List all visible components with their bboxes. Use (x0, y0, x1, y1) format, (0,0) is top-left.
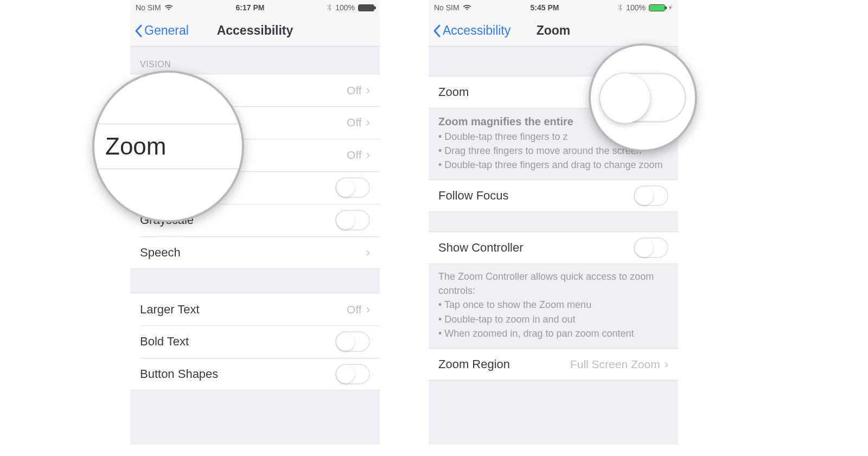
battery-icon (358, 4, 374, 11)
row-value: Off (347, 84, 362, 97)
zoom-region-group: Zoom Region Full Screen Zoom › (429, 348, 678, 381)
bluetooth-icon (327, 4, 332, 11)
magnified-row-zoom: Zoom (92, 124, 244, 169)
nav-bar: Accessibility Zoom (429, 15, 678, 47)
nav-title: Accessibility (217, 23, 293, 38)
controller-group: Show Controller (429, 232, 678, 264)
back-label: General (144, 23, 189, 38)
row-label: Bold Text (140, 335, 335, 349)
carrier-text: No SIM (136, 3, 161, 12)
clock-text: 5:45 PM (530, 3, 559, 12)
description-bullet: Double-tap to zoom in and out (438, 312, 668, 326)
row-bold-text[interactable]: Bold Text (130, 325, 380, 358)
nav-bar: General Accessibility (130, 15, 380, 47)
bluetooth-icon (618, 4, 623, 11)
section-header-vision: VISION (130, 47, 380, 74)
toggle-switch[interactable] (335, 177, 370, 198)
row-show-controller[interactable]: Show Controller (429, 232, 678, 264)
clock-text: 6:17 PM (235, 3, 264, 12)
toggle-switch[interactable] (335, 331, 370, 352)
row-label: Zoom Region (438, 357, 570, 371)
status-bar: No SIM 6:17 PM 100% (130, 0, 380, 15)
charging-icon: ⚡︎ (668, 4, 673, 11)
chevron-right-icon: › (366, 246, 370, 260)
row-label: Larger Text (140, 303, 347, 317)
chevron-right-icon: › (366, 84, 370, 98)
toggle-switch[interactable] (634, 237, 668, 258)
chevron-right-icon: › (366, 115, 370, 130)
carrier-text: No SIM (434, 3, 459, 12)
row-value: Off (347, 116, 362, 129)
row-larger-text[interactable]: Larger Text Off › (130, 293, 380, 325)
back-label: Accessibility (443, 23, 510, 38)
battery-icon (649, 4, 665, 11)
battery-percent: 100% (335, 3, 355, 12)
row-button-shapes[interactable]: Button Shapes (130, 358, 380, 390)
row-speech[interactable]: Speech › (130, 236, 380, 269)
row-label: Button Shapes (140, 367, 335, 381)
chevron-right-icon: › (366, 303, 370, 317)
chevron-right-icon: › (665, 357, 668, 371)
description-bullet: When zoomed in, drag to pan zoom content (438, 326, 668, 341)
nav-title: Zoom (537, 23, 571, 38)
row-zoom-region[interactable]: Zoom Region Full Screen Zoom › (429, 348, 678, 381)
status-bar: No SIM 5:45 PM 100% ⚡︎ (429, 0, 678, 15)
follow-focus-group: Follow Focus (429, 179, 678, 212)
description-bullet: Double-tap three fingers and drag to cha… (438, 158, 668, 172)
callout-magnifier-zoom: Zoom (92, 70, 244, 222)
chevron-right-icon: › (366, 148, 370, 162)
wifi-icon (463, 4, 471, 11)
back-button[interactable]: Accessibility (433, 23, 510, 38)
description-bullet: Tap once to show the Zoom menu (438, 298, 668, 312)
toggle-switch[interactable] (634, 185, 668, 206)
magnified-label: Zoom (105, 133, 166, 160)
row-label: Speech (140, 246, 366, 260)
toggle-switch[interactable] (335, 364, 370, 384)
text-group: Larger Text Off › Bold Text Button Shape… (130, 293, 380, 390)
row-label: Show Controller (438, 241, 634, 255)
wifi-icon (164, 4, 173, 11)
row-follow-focus[interactable]: Follow Focus (429, 179, 678, 212)
toggle-switch[interactable] (335, 210, 370, 230)
controller-description: The Zoom Controller allows quick access … (429, 264, 678, 348)
description-title: The Zoom Controller allows quick access … (438, 269, 668, 298)
magnified-toggle (599, 73, 686, 123)
back-button[interactable]: General (135, 23, 189, 38)
row-label: Follow Focus (438, 189, 634, 203)
row-value: Full Screen Zoom (570, 358, 660, 371)
battery-percent: 100% (626, 3, 646, 12)
row-value: Off (347, 149, 362, 162)
screen-accessibility: No SIM 6:17 PM 100% General Accessibilit… (130, 0, 380, 445)
row-value: Off (347, 303, 362, 316)
callout-magnifier-toggle (589, 43, 697, 152)
